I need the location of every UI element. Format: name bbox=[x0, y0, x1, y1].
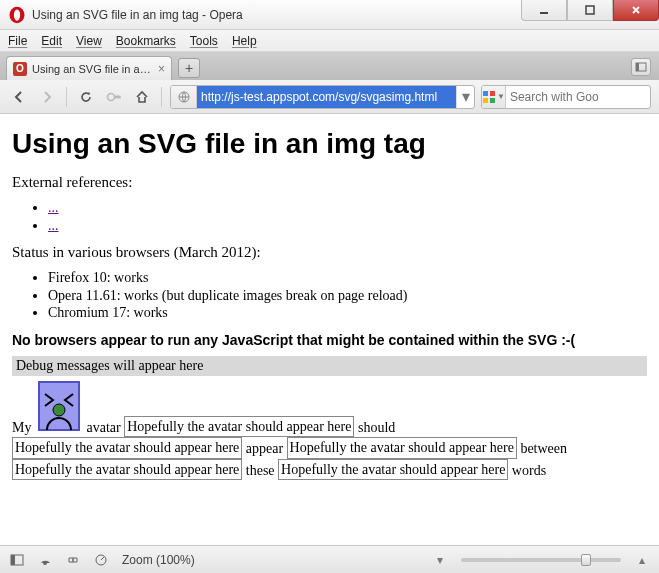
placeholder-box: Hopefully the avatar should appear here bbox=[12, 437, 242, 459]
placeholder-box: Hopefully the avatar should appear here bbox=[124, 416, 354, 438]
flow-word: avatar bbox=[86, 420, 120, 435]
window-minimize-button[interactable] bbox=[521, 0, 567, 21]
svg-avatar-image bbox=[37, 380, 81, 438]
separator bbox=[161, 87, 162, 107]
browser-tab[interactable]: O Using an SVG file in an ... × bbox=[6, 56, 172, 80]
external-refs-label: External references: bbox=[12, 174, 647, 191]
tab-close-icon[interactable]: × bbox=[158, 63, 165, 75]
svg-point-17 bbox=[43, 561, 47, 565]
window-close-button[interactable] bbox=[613, 0, 659, 21]
menu-bookmarks[interactable]: Bookmarks bbox=[116, 34, 176, 48]
wand-button[interactable] bbox=[103, 86, 125, 108]
opera-favicon-icon: O bbox=[13, 62, 27, 76]
external-refs-list: ... ... bbox=[12, 199, 647, 234]
url-input[interactable] bbox=[197, 86, 456, 108]
tab-title: Using an SVG file in an ... bbox=[32, 63, 152, 75]
reload-button[interactable] bbox=[75, 86, 97, 108]
svg-point-6 bbox=[108, 93, 115, 100]
svg-rect-11 bbox=[483, 98, 488, 103]
sync-icon[interactable] bbox=[38, 554, 52, 566]
svg-rect-9 bbox=[483, 91, 488, 96]
separator bbox=[66, 87, 67, 107]
window-titlebar: Using an SVG file in an img tag - Opera bbox=[0, 0, 659, 30]
flow-word: these bbox=[246, 463, 275, 478]
svg-rect-7 bbox=[114, 95, 121, 98]
flow-word: between bbox=[520, 441, 567, 456]
status-item: Chromium 17: works bbox=[48, 304, 647, 322]
flow-word: appear bbox=[246, 441, 283, 456]
address-bar[interactable]: ▾ bbox=[170, 85, 475, 109]
flow-word: words bbox=[512, 463, 546, 478]
panel-icon bbox=[635, 62, 647, 72]
page-heading: Using an SVG file in an img tag bbox=[12, 128, 647, 160]
svg-point-14 bbox=[53, 404, 65, 416]
back-button[interactable] bbox=[8, 86, 30, 108]
no-js-note: No browsers appear to run any JavaScript… bbox=[12, 332, 647, 348]
svg-rect-10 bbox=[490, 91, 495, 96]
zoom-out-icon[interactable]: ▾ bbox=[433, 553, 447, 567]
forward-button[interactable] bbox=[36, 86, 58, 108]
menu-view[interactable]: View bbox=[76, 34, 102, 48]
menu-edit[interactable]: Edit bbox=[41, 34, 62, 48]
status-label: Status in various browsers (March 2012): bbox=[12, 244, 647, 261]
svg-point-1 bbox=[14, 9, 20, 20]
search-engine-icon[interactable]: ▼ bbox=[482, 86, 506, 108]
placeholder-box: Hopefully the avatar should appear here bbox=[287, 437, 517, 459]
turbo-icon[interactable] bbox=[94, 554, 108, 566]
status-item: Firefox 10: works bbox=[48, 269, 647, 287]
svg-rect-16 bbox=[11, 555, 15, 565]
search-input[interactable] bbox=[506, 90, 651, 104]
site-info-icon[interactable] bbox=[171, 86, 197, 108]
window-title: Using an SVG file in an img tag - Opera bbox=[32, 8, 521, 22]
menu-help[interactable]: Help bbox=[232, 34, 257, 48]
status-bar: Zoom (100%) ▾ ▴ bbox=[0, 545, 659, 573]
svg-rect-12 bbox=[490, 98, 495, 103]
tab-strip: O Using an SVG file in an ... × + bbox=[0, 52, 659, 80]
panels-icon[interactable] bbox=[10, 554, 24, 566]
opera-logo-icon bbox=[8, 6, 26, 24]
debug-bar: Debug messages will appear here bbox=[12, 356, 647, 376]
placeholder-box: Hopefully the avatar should appear here bbox=[12, 459, 242, 481]
window-maximize-button[interactable] bbox=[567, 0, 613, 21]
status-list: Firefox 10: works Opera 11.61: works (bu… bbox=[12, 269, 647, 322]
chevron-down-icon: ▼ bbox=[497, 92, 505, 101]
svg-rect-5 bbox=[636, 63, 639, 71]
zoom-in-icon[interactable]: ▴ bbox=[635, 553, 649, 567]
external-ref-link[interactable]: ... bbox=[48, 218, 59, 233]
flow-word: My bbox=[12, 420, 31, 435]
link-icon[interactable] bbox=[66, 554, 80, 566]
placeholder-box: Hopefully the avatar should appear here bbox=[278, 459, 508, 481]
status-item: Opera 11.61: works (but duplicate images… bbox=[48, 287, 647, 305]
panel-toggle-button[interactable] bbox=[631, 58, 651, 76]
new-tab-button[interactable]: + bbox=[178, 58, 200, 78]
menu-bar: File Edit View Bookmarks Tools Help bbox=[0, 30, 659, 52]
inline-flow-test: My avatar Hopefully the avatar should ap… bbox=[12, 380, 647, 481]
svg-rect-2 bbox=[540, 12, 548, 14]
zoom-slider-thumb[interactable] bbox=[581, 554, 591, 566]
menu-file[interactable]: File bbox=[8, 34, 27, 48]
svg-rect-3 bbox=[586, 6, 594, 14]
url-dropdown-icon[interactable]: ▾ bbox=[456, 86, 474, 108]
menu-tools[interactable]: Tools bbox=[190, 34, 218, 48]
page-content: Using an SVG file in an img tag External… bbox=[0, 114, 659, 545]
home-button[interactable] bbox=[131, 86, 153, 108]
zoom-label[interactable]: Zoom (100%) bbox=[122, 553, 195, 567]
zoom-slider[interactable] bbox=[461, 558, 621, 562]
external-ref-link[interactable]: ... bbox=[48, 200, 59, 215]
search-bar[interactable]: ▼ bbox=[481, 85, 651, 109]
toolbar: ▾ ▼ bbox=[0, 80, 659, 114]
flow-word: should bbox=[358, 420, 395, 435]
